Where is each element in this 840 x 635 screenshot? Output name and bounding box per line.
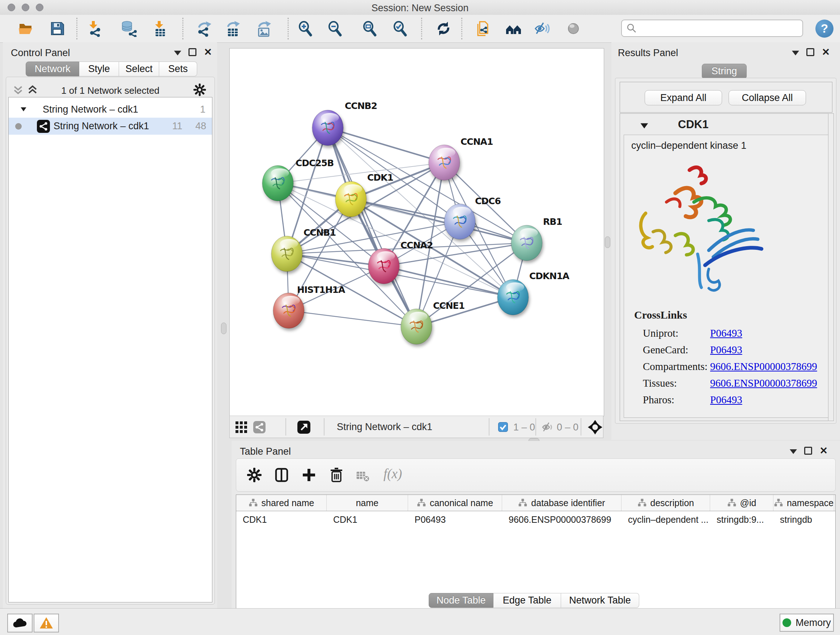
column-header-description[interactable]: description — [622, 495, 710, 511]
collapse-panel-icon[interactable] — [790, 449, 797, 454]
close-panel-icon[interactable]: ✕ — [821, 48, 830, 56]
network-edge[interactable] — [328, 128, 416, 326]
clone-network-icon[interactable] — [475, 20, 492, 37]
network-node-cdk1[interactable] — [335, 181, 366, 217]
refresh-layout-icon[interactable] — [435, 20, 452, 37]
results-panel-title: Results Panel — [618, 48, 678, 59]
selected-checkbox[interactable] — [498, 422, 508, 432]
network-node-rb1[interactable] — [511, 225, 542, 261]
node-label-rb1: RB1 — [543, 217, 562, 227]
network-overview-icon[interactable] — [253, 421, 266, 434]
tab-edge-table[interactable]: Edge Table — [493, 593, 561, 608]
network-canvas[interactable]: CCNB2CCNA1CDC25BCDK1CDC6RB1CCNB1CCNA2CDK… — [229, 48, 604, 416]
crosslink-link[interactable]: P06493 — [710, 394, 742, 406]
add-column-icon[interactable] — [301, 467, 317, 483]
import-network-icon[interactable] — [87, 20, 104, 37]
float-panel-icon[interactable] — [188, 48, 196, 56]
memory-button[interactable]: Memory — [780, 614, 834, 632]
network-edge[interactable] — [384, 266, 513, 297]
column-header-canonical-name[interactable]: canonical name — [408, 495, 502, 511]
tab-string[interactable]: String — [702, 64, 747, 79]
results-scrollbar[interactable] — [828, 113, 834, 421]
float-panel-icon[interactable] — [804, 447, 812, 455]
network-node-ccnb2[interactable] — [312, 110, 343, 146]
search-input[interactable] — [621, 19, 803, 37]
network-node-cdc25b[interactable] — [262, 165, 294, 201]
network-node-ccnb1[interactable] — [271, 236, 302, 272]
float-panel-icon[interactable] — [806, 48, 814, 56]
export-image-icon[interactable] — [256, 20, 273, 37]
network-edge[interactable] — [328, 128, 444, 163]
hidden-eye-icon[interactable] — [542, 421, 554, 434]
tab-node-table[interactable]: Node Table — [429, 593, 493, 608]
left-splitter-handle[interactable] — [221, 323, 226, 334]
network-node-ccna1[interactable] — [429, 145, 460, 180]
save-session-icon[interactable] — [49, 20, 65, 37]
column-header-namespace[interactable]: namespace — [774, 495, 834, 511]
column-header-database-identifier[interactable]: database identifier — [502, 495, 622, 511]
table-cell[interactable]: stringdb — [774, 511, 834, 528]
open-session-icon[interactable] — [18, 20, 34, 37]
table-cell[interactable]: cyclin–dependent ... — [622, 511, 710, 528]
protein-name: CDK1 — [678, 118, 708, 131]
table-cell[interactable]: CDK1 — [236, 511, 327, 528]
detach-view-icon[interactable] — [297, 420, 311, 434]
network-options-gear-icon[interactable] — [193, 83, 207, 97]
network-edge[interactable] — [289, 310, 416, 326]
export-network-icon[interactable] — [196, 20, 213, 37]
crosslink-link[interactable]: 9606.ENSP00000378699 — [710, 377, 817, 389]
table-cell[interactable]: CDK1 — [327, 511, 408, 528]
collection-expand-icon[interactable] — [19, 105, 27, 113]
string-network-graph[interactable]: CCNB2CCNA1CDC25BCDK1CDC6RB1CCNB1CCNA2CDK… — [230, 49, 604, 416]
table-cell[interactable]: stringdb:9... — [710, 511, 774, 528]
cloud-button[interactable] — [7, 614, 33, 632]
import-network-from-database-icon[interactable] — [121, 20, 137, 37]
expand-all-button[interactable]: Expand All — [645, 90, 722, 105]
close-panel-icon[interactable]: ✕ — [204, 48, 212, 56]
protein-structure-image[interactable] — [629, 157, 781, 299]
collapse-panel-icon[interactable] — [174, 51, 181, 55]
help-button[interactable]: ? — [815, 19, 834, 38]
table-cell[interactable]: P06493 — [408, 511, 502, 528]
collapse-all-button[interactable]: Collapse All — [729, 90, 806, 105]
tab-select[interactable]: Select — [119, 62, 159, 76]
network-node-ccna2[interactable] — [368, 249, 399, 284]
tab-network[interactable]: Network — [26, 62, 79, 76]
network-node-ccne1[interactable] — [401, 309, 432, 344]
zoom-in-icon[interactable] — [297, 20, 314, 37]
zoom-selected-icon[interactable] — [392, 20, 409, 37]
right-splitter-handle[interactable] — [605, 236, 610, 248]
string-home-icon[interactable] — [505, 20, 522, 37]
import-table-icon[interactable] — [152, 20, 169, 37]
network-row[interactable]: String Network – cdk1 11 48 — [9, 118, 212, 135]
crosslink-link[interactable]: 9606.ENSP00000378699 — [710, 361, 817, 372]
hide-glass-effect-icon[interactable] — [534, 20, 551, 37]
crosslink-link[interactable]: P06493 — [710, 344, 742, 356]
network-node-cdkn1a[interactable] — [497, 279, 529, 315]
crosslink-link[interactable]: P06493 — [710, 327, 742, 339]
export-table-icon[interactable] — [225, 20, 242, 37]
collapse-panel-icon[interactable] — [792, 51, 799, 55]
close-panel-icon[interactable]: ✕ — [819, 447, 828, 455]
tab-style[interactable]: Style — [79, 62, 119, 76]
grid-mode-icon[interactable] — [235, 421, 248, 434]
zoom-fit-icon[interactable] — [362, 20, 378, 37]
table-row[interactable]: CDK1CDK1P064939606.ENSP00000378699cyclin… — [236, 511, 835, 528]
tab-network-table[interactable]: Network Table — [561, 593, 639, 608]
table-cell[interactable]: 9606.ENSP00000378699 — [502, 511, 622, 528]
center-view-icon[interactable] — [587, 419, 603, 435]
table-settings-gear-icon[interactable] — [246, 467, 262, 483]
column-header--id[interactable]: @id — [710, 495, 774, 511]
show-columns-icon[interactable] — [274, 467, 290, 483]
delete-column-icon[interactable] — [328, 467, 344, 483]
network-node-cdc6[interactable] — [444, 204, 475, 239]
column-header-name[interactable]: name — [327, 495, 408, 511]
tab-sets[interactable]: Sets — [159, 62, 197, 76]
protein-collapse-icon[interactable] — [639, 122, 649, 130]
warning-button[interactable] — [34, 614, 59, 632]
network-node-hist1h1a[interactable] — [273, 293, 304, 328]
zoom-out-icon[interactable] — [327, 20, 343, 37]
column-header-shared-name[interactable]: shared name — [236, 495, 327, 511]
network-collection-row[interactable]: String Network – cdk1 1 — [9, 101, 212, 118]
glass-ball-effect-icon[interactable] — [565, 20, 582, 37]
